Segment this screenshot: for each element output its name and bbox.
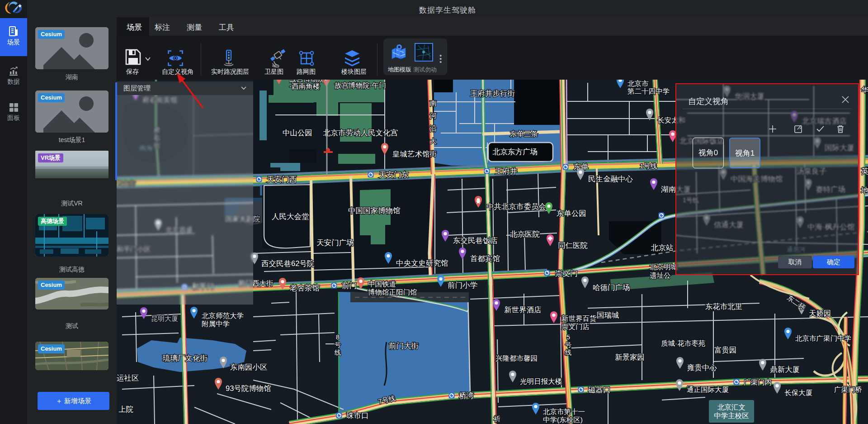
svg-text:北京市第十一: 北京市第十一 [543, 408, 585, 415]
svg-text:崇文门店: 崇文门店 [561, 323, 590, 330]
svg-text:雍贵中心: 雍贵中心 [687, 363, 717, 372]
svg-text:华: 华 [861, 86, 868, 94]
svg-text:第二十四中学: 第二十四中学 [627, 87, 670, 95]
svg-text:国瑞城: 国瑞城 [597, 311, 619, 319]
svg-text:鼎新大厦: 鼎新大厦 [770, 365, 800, 373]
svg-text:磁器口: 磁器口 [588, 386, 611, 394]
svg-text:哈德门广场: 哈德门广场 [593, 283, 630, 291]
svg-text:地: 地 [861, 186, 868, 194]
svg-text:中学主校区: 中学主校区 [714, 412, 749, 419]
svg-text:号: 号 [565, 341, 572, 348]
svg-text:街: 街 [430, 150, 437, 157]
svg-text:通正国际大厦: 通正国际大厦 [687, 386, 729, 393]
svg-text:英: 英 [861, 167, 868, 175]
svg-text:天娇园: 天娇园 [809, 309, 831, 317]
svg-text:北京汇文: 北京汇文 [717, 403, 745, 411]
svg-text:长保大厦: 长保大厦 [784, 389, 813, 396]
svg-text:北京市劳动人民文化宫: 北京市劳动人民文化宫 [323, 129, 398, 137]
svg-text:博物馆正阳门馆: 博物馆正阳门馆 [368, 288, 417, 296]
svg-text:东单三条: 东单三条 [510, 130, 538, 138]
svg-text:遗址公: 遗址公 [650, 272, 671, 279]
svg-text:天安门西: 天安门西 [267, 175, 297, 183]
svg-text:人民大会堂: 人民大会堂 [272, 212, 309, 220]
svg-text:中国国家博物馆: 中国国家博物馆 [348, 206, 401, 214]
svg-text:上院: 上院 [118, 405, 133, 413]
svg-text:线: 线 [335, 349, 341, 356]
svg-text:新景家园: 新景家园 [615, 353, 645, 361]
svg-text:昆明大厦: 昆明大厦 [151, 314, 178, 322]
svg-text:1号线: 1号线 [640, 162, 657, 170]
svg-text:东南园小区: 东南园小区 [230, 363, 268, 371]
svg-text:北京市广渠门中学: 北京市广渠门中学 [795, 334, 851, 342]
svg-text:北京站: 北京站 [651, 243, 674, 252]
svg-text:中央文史研究馆: 中央文史研究馆 [396, 259, 448, 267]
svg-text:首都宾馆: 首都宾馆 [470, 254, 500, 262]
svg-text:中共北京市委员会: 中共北京市委员会 [486, 202, 546, 210]
svg-text:西交民巷62号院: 西交民巷62号院 [261, 259, 314, 267]
svg-text:崇文门: 崇文门 [555, 269, 578, 277]
svg-text:民生金融中心: 民生金融中心 [588, 175, 633, 183]
svg-text:东单公园: 东单公园 [557, 209, 586, 217]
svg-text:93号院博物馆: 93号院博物馆 [226, 384, 271, 392]
svg-text:新世界酒店: 新世界酒店 [504, 305, 542, 314]
svg-text:北京明城: 北京明城 [650, 263, 678, 271]
svg-text:天安门广场: 天安门广场 [316, 238, 354, 247]
svg-text:珠市口: 珠市口 [346, 411, 369, 419]
svg-text:富贵园: 富贵园 [714, 346, 737, 354]
svg-text:皇城艺术馆: 皇城艺术馆 [392, 150, 430, 158]
svg-text:北京医院: 北京医院 [509, 230, 540, 238]
svg-text:质城·花市枣苑: 质城·花市枣苑 [661, 339, 705, 347]
svg-text:前门小学: 前门小学 [448, 281, 478, 289]
svg-text:南: 南 [430, 99, 437, 107]
svg-text:沿: 沿 [430, 124, 437, 132]
svg-text:中国铁道: 中国铁道 [368, 280, 396, 288]
svg-text:线: 线 [565, 349, 572, 356]
svg-text:桥湾: 桥湾 [459, 391, 474, 400]
svg-text:新世界百货: 新世界百货 [561, 314, 597, 322]
svg-text:东交民巷饭店: 东交民巷饭店 [453, 236, 498, 244]
svg-text:广渠门桥: 广渠门桥 [834, 386, 862, 393]
svg-text:5: 5 [566, 333, 570, 341]
svg-text:前门大街: 前门大街 [389, 342, 419, 350]
svg-text:北京师范大学: 北京师范大学 [202, 312, 244, 319]
svg-text:北京东方广场: 北京东方广场 [492, 148, 538, 156]
svg-text:广渠门内: 广渠门内 [744, 378, 772, 386]
svg-text:同仁医院: 同仁医院 [558, 241, 588, 249]
svg-text:故宫博物院-午门: 故宫博物院-午门 [335, 81, 386, 89]
svg-text:祈: 祈 [494, 415, 500, 423]
svg-text:前门: 前门 [342, 281, 357, 290]
svg-text:运社区: 运社区 [117, 374, 139, 382]
svg-text:大: 大 [430, 137, 437, 145]
svg-text:-西南角楼: -西南角楼 [289, 82, 320, 90]
svg-text:光明日报大楼: 光明日报大楼 [520, 377, 562, 385]
svg-text:附属中学: 附属中学 [202, 320, 230, 328]
svg-text:天安门东: 天安门东 [379, 171, 409, 179]
svg-text:中学(东校区): 中学(东校区) [543, 416, 583, 424]
svg-text:中山公园: 中山公园 [283, 129, 312, 137]
svg-text:兴隆都市馨园: 兴隆都市馨园 [495, 354, 538, 362]
svg-text:王府井步行街: 王府井步行街 [470, 89, 515, 97]
svg-text:8: 8 [336, 333, 340, 341]
svg-text:河: 河 [430, 112, 437, 119]
svg-text:号: 号 [335, 341, 341, 348]
svg-text:北京市: 北京市 [627, 80, 649, 87]
svg-text:东花市北里: 东花市北里 [705, 302, 743, 310]
svg-text:琉璃厂文化街: 琉璃厂文化街 [162, 354, 208, 362]
svg-text:王府井: 王府井 [495, 167, 518, 175]
svg-text:老舍茶馆: 老舍茶馆 [290, 284, 320, 292]
